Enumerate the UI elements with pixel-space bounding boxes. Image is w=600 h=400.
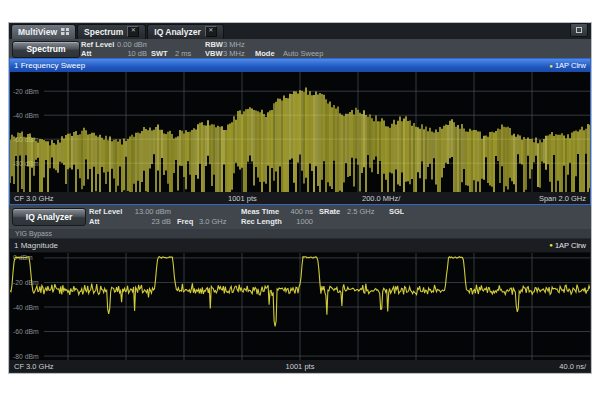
svg-text:-80 dBm: -80 dBm (13, 352, 39, 359)
multiview-grid-icon (61, 28, 69, 35)
svg-text:-60 dBm: -60 dBm (13, 328, 39, 335)
span-label: Span 2.0 GHz (539, 194, 586, 203)
svg-text:-20 dBm: -20 dBm (13, 279, 39, 286)
magnitude-window: 1 Magnitude ● 1AP Clrw 0 dBm-20 dBm-40 d… (9, 238, 591, 373)
ref-level-value[interactable]: 13.00 dBm (129, 207, 171, 217)
spectrum-plot-area[interactable]: -20 dBm-40 dBm-60 dBm-80 dBm (10, 72, 590, 192)
tab-spectrum[interactable]: Spectrum ✕ (77, 24, 146, 39)
att-key: Att (89, 217, 129, 227)
per-division-label: 200.0 MHz/ (362, 194, 400, 203)
srate-value[interactable]: 2.5 GHz (347, 207, 383, 217)
spectrum-settings: Ref Level 0.00 dBm RBW 3 MHz Att 10 dB S… (81, 40, 353, 59)
svg-text:-80 dBm: -80 dBm (13, 160, 39, 167)
meas-time-key: Meas Time (241, 207, 287, 217)
trace-dot-icon: ● (549, 63, 553, 69)
per-division-label: 40.0 ns/ (559, 362, 586, 371)
trace-dot-icon: ● (549, 242, 553, 248)
rec-length-value[interactable]: 1000 (287, 217, 313, 227)
att-value[interactable]: 23 dB (129, 217, 171, 227)
center-frequency-label: CF 3.0 GHz (14, 194, 54, 203)
trace-mode-label: 1AP Clrw (555, 241, 586, 250)
svg-text:-40 dBm: -40 dBm (13, 112, 39, 119)
iq-channel-button[interactable]: IQ Analyzer (12, 208, 86, 226)
spectrum-trace: -20 dBm-40 dBm-60 dBm-80 dBm (10, 72, 590, 192)
meas-time-value[interactable]: 400 ns (287, 207, 313, 217)
frequency-sweep-titlebar[interactable]: 1 Frequency Sweep ● 1AP Clrw (10, 59, 590, 72)
ref-level-key: Ref Level (89, 207, 129, 217)
close-icon[interactable]: ✕ (205, 26, 217, 37)
trace-legend[interactable]: ● 1AP Clrw (549, 241, 586, 250)
window-title: 1 Magnitude (14, 241, 58, 250)
sweep-points-label: 1001 pts (228, 194, 257, 203)
trace-legend[interactable]: ● 1AP Clrw (549, 61, 586, 70)
spectrum-channel-bar: Spectrum Ref Level 0.00 dBm RBW 3 MHz At… (9, 39, 591, 58)
tab-multiview[interactable]: MultiView (11, 24, 76, 39)
srate-key: SRate (319, 207, 347, 217)
svg-text:-40 dBm: -40 dBm (13, 303, 39, 310)
analyzer-screen: MultiView Spectrum ✕ IQ Analyzer ✕ Spect… (8, 22, 592, 374)
trace-mode-label: 1AP Clrw (555, 61, 586, 70)
frequency-sweep-window: 1 Frequency Sweep ● 1AP Clrw -20 dBm-40 … (9, 58, 591, 205)
spectrum-channel-button[interactable]: Spectrum (12, 41, 80, 58)
iq-settings: Ref Level 13.00 dBm Meas Time 400 ns SRa… (89, 207, 404, 226)
svg-text:-20 dBm: -20 dBm (13, 88, 39, 95)
tab-iq-analyzer-label: IQ Analyzer (154, 27, 200, 37)
smartgrid-button[interactable] (570, 23, 588, 37)
tab-spectrum-label: Spectrum (84, 27, 123, 37)
window-title: 1 Frequency Sweep (14, 61, 85, 70)
magnitude-plot-area[interactable]: 0 dBm-20 dBm-40 dBm-60 dBm-80 dBm (10, 253, 590, 360)
vbw-key: VBW (205, 49, 223, 59)
rec-length-key: Rec Length (241, 217, 287, 227)
att-key: Att (81, 49, 117, 59)
freq-key: Freq (177, 217, 199, 227)
magnitude-trace: 0 dBm-20 dBm-40 dBm-60 dBm-80 dBm (10, 253, 590, 360)
mode-key: Mode (255, 49, 283, 59)
freq-value[interactable]: 3.0 GHz (199, 217, 235, 227)
channel-tab-bar: MultiView Spectrum ✕ IQ Analyzer ✕ (9, 23, 591, 39)
magnitude-x-axis: CF 3.0 GHz 1001 pts 40.0 ns/ (10, 360, 590, 372)
mode-value[interactable]: Auto Sweep (283, 49, 353, 59)
sweep-points-label: 1001 pts (286, 362, 315, 371)
close-icon[interactable]: ✕ (127, 26, 139, 37)
yig-bypass-label: YIG Bypass (9, 229, 591, 238)
ref-level-value[interactable]: 0.00 dBm (117, 40, 147, 50)
tab-multiview-label: MultiView (18, 27, 57, 37)
screenshot: MultiView Spectrum ✕ IQ Analyzer ✕ Spect… (0, 0, 600, 400)
spectrum-x-axis: CF 3.0 GHz 1001 pts 200.0 MHz/ Span 2.0 … (10, 192, 590, 204)
swt-value[interactable]: 2 ms (175, 49, 201, 59)
ref-level-key: Ref Level (81, 40, 117, 50)
iq-channel-bar: IQ Analyzer Ref Level 13.00 dBm Meas Tim… (9, 205, 591, 238)
swt-key: SWT (151, 49, 175, 59)
vbw-value[interactable]: 3 MHz (223, 49, 253, 59)
att-value[interactable]: 10 dB (117, 49, 147, 59)
single-sweep-badge[interactable]: SGL (389, 207, 404, 217)
window-icon (576, 27, 582, 33)
center-frequency-label: CF 3.0 GHz (14, 362, 54, 371)
magnitude-titlebar[interactable]: 1 Magnitude ● 1AP Clrw (10, 239, 590, 253)
rbw-key: RBW (205, 40, 223, 50)
rbw-value[interactable]: 3 MHz (223, 40, 253, 50)
tab-iq-analyzer[interactable]: IQ Analyzer ✕ (147, 24, 223, 39)
